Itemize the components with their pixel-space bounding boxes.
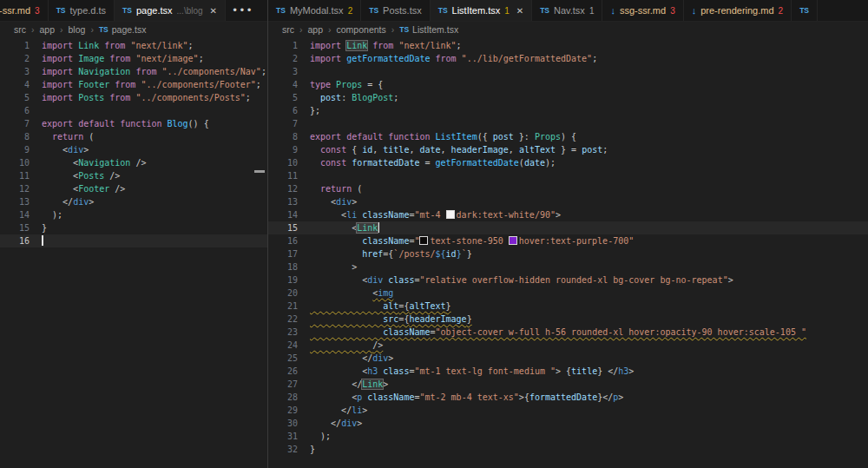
- markdown-icon: ↓: [610, 5, 615, 16]
- tab-nav-tsx[interactable]: TSNav.tsx1: [532, 0, 602, 21]
- line-number: 20: [268, 287, 310, 300]
- tab-posts-tsx[interactable]: TSPosts.tsx: [361, 0, 431, 21]
- typescript-icon: TS: [122, 6, 132, 15]
- breadcrumb-item[interactable]: components: [337, 24, 386, 35]
- code-line[interactable]: 10 <Navigation />: [0, 156, 267, 169]
- tab-type-d-ts[interactable]: TStype.d.ts: [49, 0, 115, 21]
- code-line[interactable]: 14 <li className="mt-4 dark:text-white/9…: [268, 208, 868, 221]
- editor-group-left: -ssr.md3TStype.d.tsTSpage.tsx...\blog✕••…: [0, 0, 267, 468]
- tab-listitem-tsx[interactable]: TSListItem.tsx1✕: [431, 0, 532, 21]
- editor-pane-right[interactable]: 1import Link from "next/link";2import ge…: [268, 37, 868, 468]
- line-number: 12: [268, 182, 310, 195]
- code-line[interactable]: 8export default function ListItem({ post…: [268, 130, 868, 143]
- code-line[interactable]: 14 );: [0, 208, 267, 221]
- code-line[interactable]: 10 const formattedDate = getFormattedDat…: [268, 156, 868, 169]
- code-text: import getFormattedDate from "../lib/get…: [310, 52, 597, 65]
- color-swatch: [419, 236, 428, 245]
- breadcrumb-item[interactable]: blog: [69, 24, 86, 35]
- tab-pre-rendering-md[interactable]: ↓pre-rendering.md2: [684, 0, 792, 21]
- code-line[interactable]: 4type Props = {: [268, 78, 868, 91]
- code-line[interactable]: 25 </div>: [268, 352, 868, 365]
- close-icon[interactable]: ✕: [210, 6, 217, 16]
- line-number: 6: [0, 104, 42, 117]
- code-text: >: [310, 260, 357, 274]
- code-line[interactable]: 16 className="text-stone-950 hover:text-…: [268, 234, 868, 247]
- breadcrumb-separator: ›: [31, 24, 35, 35]
- breadcrumb-item[interactable]: src: [14, 24, 26, 35]
- code-text: import Navigation from "../components/Na…: [42, 65, 266, 78]
- code-line[interactable]: 13 <div>: [268, 195, 868, 208]
- code-line[interactable]: 15}: [0, 221, 267, 234]
- code-line[interactable]: 2import Image from "next/image";: [0, 52, 267, 65]
- line-number: 6: [268, 104, 310, 117]
- code-line[interactable]: 18 >: [268, 260, 868, 274]
- tab-ssr-md[interactable]: -ssr.md3: [0, 0, 49, 21]
- code-line[interactable]: 6: [0, 104, 267, 117]
- code-line[interactable]: 31 );: [268, 430, 868, 443]
- code-line[interactable]: 1import Link from "next/link";: [0, 39, 267, 52]
- code-line[interactable]: 26 <h3 class="mt-1 text-lg font-medium "…: [268, 365, 868, 378]
- code-line[interactable]: 5import Posts from "../components/Posts"…: [0, 91, 267, 104]
- color-swatch: [509, 236, 517, 245]
- code-line[interactable]: 24 />: [268, 339, 868, 352]
- code-line[interactable]: 30 </div>: [268, 417, 868, 430]
- line-number: 13: [0, 195, 42, 208]
- breadcrumb-item[interactable]: src: [282, 24, 294, 35]
- code-line[interactable]: 5 post: BlogPost;: [268, 91, 868, 104]
- code-line[interactable]: 13 </div>: [0, 195, 267, 208]
- typescript-icon: TS: [799, 6, 809, 15]
- code-line[interactable]: 8 return (: [0, 130, 267, 143]
- breadcrumb-item[interactable]: app: [308, 24, 324, 35]
- line-number: 7: [0, 117, 42, 130]
- code-line[interactable]: 23 className="object-cover w-full h-56 r…: [268, 326, 868, 339]
- code-line[interactable]: 15 <Link: [268, 221, 868, 234]
- code-line[interactable]: 17 href={`/posts/${id}`}: [268, 247, 868, 260]
- breadcrumb-right: src›app›components›TSListItem.tsx: [268, 22, 868, 37]
- breadcrumb-separator: ›: [60, 24, 63, 35]
- breadcrumb-file[interactable]: page.tsx: [112, 24, 147, 35]
- code-line[interactable]: 11: [268, 169, 868, 182]
- code-line[interactable]: 4import Footer from "../components/Foote…: [0, 78, 267, 91]
- tab-mymodal-tsx[interactable]: TSMyModal.tsx2: [268, 0, 361, 21]
- line-number: 3: [268, 65, 310, 78]
- code-line[interactable]: 1import Link from "next/link";: [268, 39, 868, 52]
- editor-pane-left[interactable]: 1import Link from "next/link";2import Im…: [0, 37, 267, 468]
- close-icon[interactable]: ✕: [516, 6, 523, 16]
- code-line[interactable]: 12 return (: [268, 182, 868, 195]
- code-text: </div>: [42, 195, 94, 208]
- code-line[interactable]: 20 <img: [268, 287, 868, 300]
- code-line[interactable]: 7export default function Blog() {: [0, 117, 267, 130]
- tab-partial[interactable]: TS: [792, 0, 818, 21]
- code-text: </div>: [310, 352, 393, 365]
- code-line[interactable]: 19 <div class="relative overflow-hidden …: [268, 274, 868, 287]
- breadcrumb-separator: ›: [299, 24, 303, 35]
- code-editor-window: -ssr.md3TStype.d.tsTSpage.tsx...\blog✕••…: [0, 0, 868, 468]
- code-line[interactable]: 21 alt={altText}: [268, 300, 868, 313]
- code-line[interactable]: 22 src={headerImage}: [268, 313, 868, 326]
- line-number: 14: [0, 208, 42, 221]
- code-line[interactable]: 6};: [268, 104, 868, 117]
- code-text: );: [310, 430, 331, 443]
- code-line[interactable]: 29 </li>: [268, 404, 868, 417]
- breadcrumb-file[interactable]: ListItem.tsx: [412, 24, 458, 35]
- line-number: 9: [268, 143, 310, 156]
- code-text: );: [42, 208, 62, 221]
- code-line[interactable]: 9 const { id, title, date, headerImage, …: [268, 143, 868, 156]
- code-line[interactable]: 7: [268, 117, 868, 130]
- code-line[interactable]: 28 <p className="mt-2 mb-4 text-xs">{for…: [268, 391, 868, 404]
- code-line[interactable]: 9 <div>: [0, 143, 267, 156]
- code-line[interactable]: 2import getFormattedDate from "../lib/ge…: [268, 52, 868, 65]
- code-line[interactable]: 12 <Footer />: [0, 182, 267, 195]
- code-line[interactable]: 3: [268, 65, 868, 78]
- code-line[interactable]: 27 </Link>: [268, 378, 868, 391]
- tab-ssg-ssr-md[interactable]: ↓ssg-ssr.md3: [602, 0, 683, 21]
- code-line[interactable]: 3import Navigation from "../components/N…: [0, 65, 267, 78]
- code-line[interactable]: 11 <Posts />: [0, 169, 267, 182]
- tab-page-tsx[interactable]: TSpage.tsx...\blog✕: [115, 0, 226, 21]
- more-actions-icon[interactable]: •••: [226, 0, 260, 21]
- code-line[interactable]: 32}: [268, 443, 868, 456]
- code-line[interactable]: 16: [0, 234, 267, 247]
- line-number: 3: [0, 65, 42, 78]
- breadcrumb-item[interactable]: app: [40, 24, 56, 35]
- code-text: </div>: [310, 417, 362, 430]
